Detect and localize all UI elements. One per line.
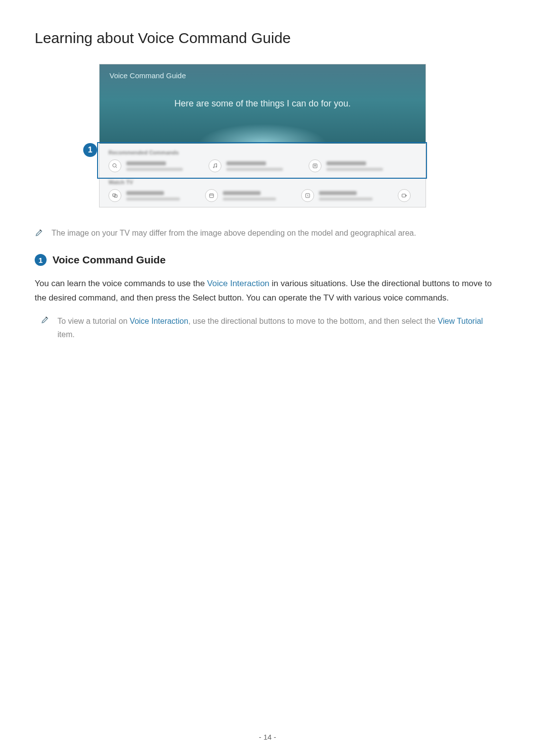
voice-interaction-link[interactable]: Voice Interaction: [130, 317, 188, 325]
note-row: The image on your TV may differ from the…: [35, 227, 500, 239]
note2-b: , use the directional buttons to move to…: [188, 317, 437, 325]
tv-card-text: [226, 161, 293, 171]
num-badge: 1: [35, 254, 47, 266]
tv-card[interactable]: [309, 159, 393, 172]
tv-card[interactable]: [108, 159, 193, 172]
tv-glow: [198, 124, 327, 144]
voice-interaction-link[interactable]: Voice Interaction: [207, 279, 269, 288]
rec-icon: [398, 189, 411, 202]
tv-section-label-1: Recommended Commands: [108, 150, 417, 155]
view-tutorial-link[interactable]: View Tutorial: [438, 317, 483, 325]
svg-line-1: [116, 167, 117, 168]
callout-badge: 1: [83, 143, 97, 157]
pencil-icon: [35, 228, 44, 237]
svg-line-13: [308, 196, 309, 197]
tv-card-text: [223, 191, 286, 201]
tv-header: Voice Command Guide Here are some of the…: [100, 64, 426, 144]
svg-rect-9: [210, 194, 214, 198]
sub-note-text: To view a tutorial on Voice Interaction,…: [57, 314, 500, 341]
tv-card-text: [319, 191, 382, 201]
section-heading: Voice Command Guide: [53, 254, 165, 266]
svg-point-0: [113, 164, 116, 167]
tv-card[interactable]: [398, 189, 417, 202]
svg-point-2: [214, 167, 214, 168]
tv-card-text: [126, 161, 193, 171]
tv-card[interactable]: [108, 189, 189, 202]
section-heading-row: 1 Voice Command Guide: [35, 254, 500, 266]
tv-screenshot-container: 1 Voice Command Guide Here are some of t…: [99, 64, 500, 207]
tv-card[interactable]: [209, 159, 293, 172]
list-icon: [309, 159, 321, 172]
note2-c: item.: [57, 330, 75, 339]
tv-cards-row-2: [108, 189, 417, 202]
note2-a: To view a tutorial on: [57, 317, 130, 325]
svg-rect-14: [402, 194, 405, 197]
switch-icon: [108, 189, 121, 202]
body-text: You can learn the voice commands to use …: [35, 279, 207, 288]
tv-header-title: Voice Command Guide: [109, 71, 416, 80]
pencil-icon: [41, 315, 50, 324]
page-title: Learning about Voice Command Guide: [35, 30, 500, 47]
tv-cards-row-1: [108, 159, 417, 172]
tv-card[interactable]: [205, 189, 286, 202]
tv-card-text: [326, 161, 393, 171]
sub-note-row: To view a tutorial on Voice Interaction,…: [41, 314, 500, 341]
tv-section-label-2: Watch TV: [108, 179, 417, 185]
music-icon: [209, 159, 221, 172]
svg-point-3: [216, 166, 217, 167]
tv-card[interactable]: [301, 189, 382, 202]
tv-header-subtitle: Here are some of the things I can do for…: [109, 99, 416, 109]
calendar-icon: [205, 189, 218, 202]
svg-point-15: [406, 195, 407, 196]
clock-icon: [301, 189, 314, 202]
search-icon: [108, 159, 121, 172]
tv-body: Recommended Commands: [100, 144, 426, 207]
tv-card-text: [126, 191, 189, 201]
note-text: The image on your TV may differ from the…: [52, 227, 416, 239]
tv-screenshot: Voice Command Guide Here are some of the…: [99, 64, 426, 207]
body-paragraph: You can learn the voice commands to use …: [35, 277, 500, 305]
